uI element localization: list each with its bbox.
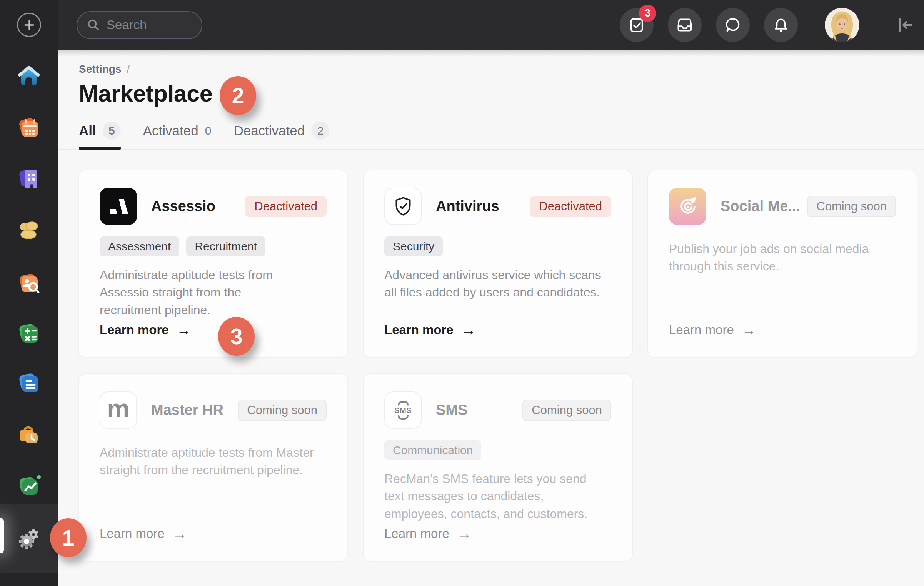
gear-icon	[15, 526, 42, 553]
chat-bubble-icon	[724, 16, 742, 34]
add-button[interactable]	[17, 13, 41, 37]
sidebar-item-candidates[interactable]	[0, 265, 58, 303]
messages-button[interactable]	[716, 8, 750, 42]
user-avatar[interactable]	[825, 8, 859, 42]
tab-activated-count: 0	[205, 124, 212, 137]
sidebar-active-indicator	[0, 518, 4, 553]
arrow-right-icon: →	[172, 526, 187, 541]
status-badge: Coming soon	[238, 400, 327, 421]
card-header: SMS SMS Coming soon	[384, 391, 611, 429]
status-badge: Coming soon	[522, 400, 611, 421]
inbox-button[interactable]	[668, 8, 702, 42]
learn-more-link[interactable]: Learn more →	[669, 323, 896, 337]
card-description: Publish your job ads on social media thr…	[669, 240, 890, 275]
arrow-right-icon: →	[461, 323, 476, 337]
tag: Communication	[384, 440, 481, 460]
inbox-tray-icon	[676, 16, 694, 34]
card-description: Administrate aptitude tests from Master …	[100, 444, 327, 479]
search-input[interactable]	[107, 18, 193, 32]
chart-icon	[15, 473, 42, 499]
tab-deactivated-label: Deactivated	[234, 123, 305, 138]
tag: Recruitment	[186, 236, 265, 256]
card-header: m Master HR Coming soon	[100, 391, 327, 429]
sidebar-item-settings[interactable]	[0, 520, 58, 558]
tab-deactivated[interactable]: Deactivated 2	[234, 122, 329, 149]
sidebar-item-calendar[interactable]	[0, 109, 58, 148]
building-icon	[15, 165, 42, 192]
master-logo-letter: m	[107, 396, 130, 425]
annotation-step-1: 1	[50, 518, 87, 557]
learn-more-label: Learn more	[100, 526, 165, 541]
breadcrumb-separator: /	[127, 63, 130, 75]
card-title: Master HR	[151, 402, 223, 418]
card-title: Assessio	[151, 198, 215, 215]
collapse-sidebar-button[interactable]	[896, 15, 915, 35]
status-badge: Deactivated	[530, 196, 611, 217]
tab-all[interactable]: All 5	[79, 122, 121, 149]
breadcrumb-settings-link[interactable]: Settings	[79, 63, 121, 75]
learn-more-label: Learn more	[100, 323, 169, 337]
page-head: Settings / Marketplace	[58, 50, 924, 107]
annotation-step-3: 3	[218, 317, 255, 356]
tab-activated[interactable]: Activated 0	[143, 122, 212, 149]
learn-more-label: Learn more	[669, 323, 734, 337]
topbar-actions: 3	[605, 8, 924, 42]
document-icon	[15, 370, 42, 397]
house-icon	[15, 63, 42, 90]
search-icon	[86, 17, 101, 33]
sidebar-item-documents[interactable]	[0, 364, 58, 403]
sidebar-item-time-tracking[interactable]	[0, 416, 58, 455]
card-description: Administrate aptitude tests from Assessi…	[100, 266, 292, 319]
shield-check-logo	[384, 188, 422, 225]
sidebar-item-home[interactable]	[0, 57, 58, 96]
social-media-target-logo	[669, 188, 706, 225]
briefcase-clock-icon	[15, 422, 42, 449]
search-box[interactable]	[77, 11, 202, 39]
main-content: Settings / Marketplace All 5 Activated 0…	[58, 50, 924, 586]
tab-all-count: 5	[103, 122, 121, 140]
calculator-icon	[15, 320, 42, 347]
learn-more-link[interactable]: Learn more →	[100, 526, 327, 541]
tag-list: Security	[384, 236, 611, 256]
tasks-button[interactable]: 3	[620, 8, 654, 42]
status-badge: Deactivated	[245, 196, 327, 217]
sidebar-item-finance[interactable]	[0, 211, 58, 250]
card-social-media[interactable]: Social Me... Coming soon Publish your jo…	[647, 170, 917, 358]
annotation-step-2: 2	[220, 76, 256, 115]
calendar-icon	[15, 115, 42, 142]
learn-more-label: Learn more	[384, 526, 449, 541]
bell-icon	[772, 16, 790, 34]
tag-list: Communication	[384, 440, 611, 460]
card-antivirus[interactable]: Antivirus Deactivated Security Advanced …	[363, 170, 633, 358]
notifications-button[interactable]	[764, 8, 798, 42]
person-search-icon	[15, 270, 42, 297]
card-title: Social Me...	[721, 198, 800, 215]
card-sms[interactable]: SMS SMS Coming soon Communication RecMan…	[363, 373, 633, 562]
assessio-logo	[100, 188, 137, 225]
tag-list: Assessment Recruitment	[100, 236, 327, 256]
topbar: 3	[58, 0, 924, 50]
sms-logo-text: SMS	[394, 405, 412, 415]
sidebar-item-accounting[interactable]	[0, 315, 58, 353]
tag: Assessment	[100, 236, 179, 256]
marketplace-card-grid: Assessio Deactivated Assessment Recruitm…	[58, 170, 924, 562]
sidebar-item-reports[interactable]	[0, 467, 58, 505]
card-header: Social Me... Coming soon	[669, 188, 896, 225]
breadcrumb: Settings /	[79, 63, 924, 75]
card-title: Antivirus	[436, 198, 499, 215]
collapse-left-icon	[896, 15, 915, 35]
learn-more-link[interactable]: Learn more →	[384, 526, 611, 541]
sidebar-item-organizations[interactable]	[0, 160, 58, 198]
card-header: Antivirus Deactivated	[384, 188, 611, 225]
plus-icon	[23, 19, 35, 31]
sidebar	[0, 0, 58, 586]
card-master-hr[interactable]: m Master HR Coming soon Administrate apt…	[78, 373, 348, 562]
card-assessio[interactable]: Assessio Deactivated Assessment Recruitm…	[78, 170, 348, 358]
learn-more-link[interactable]: Learn more →	[384, 323, 611, 337]
tab-activated-label: Activated	[143, 123, 198, 138]
status-badge: Coming soon	[807, 196, 896, 217]
card-title: SMS	[436, 402, 467, 418]
card-description: RecMan's SMS feature lets you send text …	[384, 470, 600, 523]
tab-deactivated-count: 2	[311, 122, 329, 140]
learn-more-link[interactable]: Learn more →	[100, 323, 327, 337]
